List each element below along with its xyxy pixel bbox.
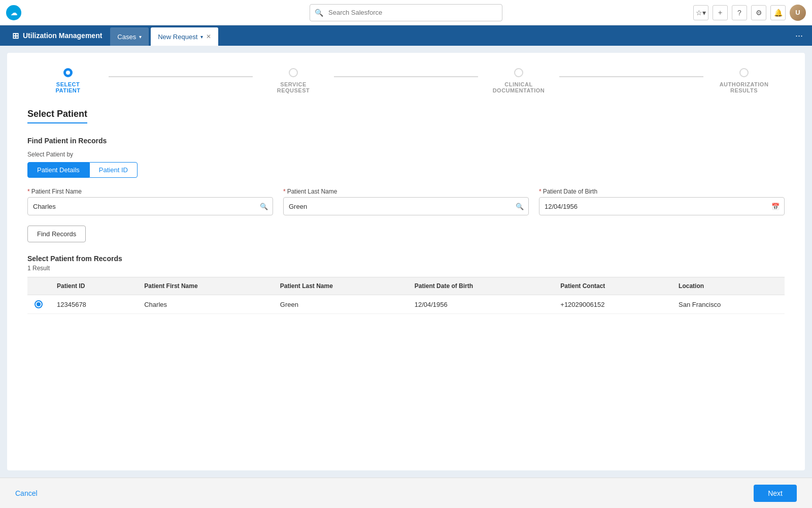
col-first-name: Patient First Name: [137, 277, 273, 295]
dob-label: *Patient Date of Birth: [539, 188, 785, 195]
salesforce-logo: ☁: [6, 5, 21, 20]
results-count: 1 Result: [27, 265, 785, 272]
patient-search-form-row: *Patient First Name 🔍 *Patient Last Name…: [27, 188, 785, 215]
dob-input[interactable]: [539, 197, 785, 215]
results-section: Select Patient from Records 1 Result Pat…: [27, 255, 785, 314]
search-input[interactable]: [310, 4, 502, 21]
step-circle-2: [289, 68, 298, 77]
cell-first-name: Charles: [137, 295, 273, 314]
col-location: Location: [671, 277, 785, 295]
step-connector-3: [559, 76, 703, 77]
cell-last-name: Green: [273, 295, 408, 314]
footer: Cancel Next: [0, 478, 812, 508]
avatar[interactable]: U: [790, 5, 806, 21]
col-contact: Patient Contact: [553, 277, 671, 295]
step-label-2: SERVICEREQUSEST: [277, 81, 310, 93]
last-name-search-icon[interactable]: 🔍: [516, 203, 524, 210]
tab-btn-patient-details[interactable]: Patient Details: [27, 162, 89, 178]
step-label-1: SELECTPATIENT: [56, 81, 81, 93]
row-radio-button[interactable]: [35, 300, 43, 308]
table-row: 12345678 Charles Green 12/04/1956 +12029…: [27, 295, 785, 314]
results-title: Select Patient from Records: [27, 255, 785, 263]
first-name-label: *Patient First Name: [27, 188, 273, 195]
main-card: SELECTPATIENT SERVICEREQUSEST CLINICALDO…: [7, 53, 805, 470]
topbar: ☁ 🔍 ☆▾ ＋ ? ⚙ 🔔 U: [0, 0, 812, 25]
last-name-group: *Patient Last Name 🔍: [283, 188, 529, 215]
first-name-input[interactable]: [27, 197, 273, 215]
first-name-search-icon[interactable]: 🔍: [260, 203, 268, 210]
search-area[interactable]: 🔍: [310, 4, 502, 21]
calendar-icon[interactable]: 📅: [771, 203, 780, 210]
tab-new-request-label: New Request: [158, 33, 197, 41]
cell-contact: +12029006152: [553, 295, 671, 314]
step-select-patient: SELECTPATIENT: [27, 68, 109, 93]
col-dob: Patient Date of Birth: [408, 277, 554, 295]
col-select: [27, 277, 50, 295]
cancel-button[interactable]: Cancel: [15, 489, 38, 497]
tab-btn-patient-id[interactable]: Patient ID: [89, 162, 138, 178]
step-connector-2: [334, 76, 478, 77]
cases-chevron-icon: ▾: [139, 34, 142, 40]
next-button[interactable]: Next: [754, 485, 797, 502]
first-name-input-wrapper: 🔍: [27, 197, 273, 215]
step-connector-1: [109, 76, 253, 77]
last-name-label: *Patient Last Name: [283, 188, 529, 195]
row-select-cell[interactable]: [27, 295, 50, 314]
first-name-group: *Patient First Name 🔍: [27, 188, 273, 215]
app-name-label: Utilization Management: [23, 31, 102, 40]
dob-input-wrapper: 📅: [539, 197, 785, 215]
step-clinical-doc: CLINICALDOCUMENTATION: [478, 68, 559, 93]
topbar-right: ☆▾ ＋ ? ⚙ 🔔 U: [693, 5, 806, 21]
grid-icon: ⊞: [12, 31, 19, 41]
step-service-request: SERVICEREQUSEST: [253, 68, 334, 93]
step-circle-3: [514, 68, 523, 77]
cell-dob: 12/04/1956: [408, 295, 554, 314]
tabs-more-button[interactable]: ···: [790, 25, 808, 46]
results-table-header: Patient ID Patient First Name Patient La…: [27, 277, 785, 295]
new-request-close-icon[interactable]: ✕: [206, 33, 211, 40]
col-patient-id: Patient ID: [50, 277, 137, 295]
app-name-area: ⊞ Utilization Management: [4, 25, 110, 46]
results-table: Patient ID Patient First Name Patient La…: [27, 277, 785, 314]
first-name-required: *: [27, 188, 30, 195]
page-title: Select Patient: [27, 109, 87, 123]
settings-button[interactable]: ⚙: [751, 5, 766, 20]
step-auth-results: AUTHORIZATIONRESULTS: [703, 68, 785, 93]
tabs-bar: ⊞ Utilization Management Cases ▾ New Req…: [0, 25, 812, 46]
last-name-input[interactable]: [283, 197, 529, 215]
avatar-image: U: [790, 5, 806, 21]
new-request-chevron-icon: ▾: [200, 34, 203, 40]
tab-cases[interactable]: Cases ▾: [110, 27, 149, 46]
col-last-name: Patient Last Name: [273, 277, 408, 295]
tab-new-request[interactable]: New Request ▾ ✕: [151, 27, 218, 46]
stepper: SELECTPATIENT SERVICEREQUSEST CLINICALDO…: [27, 68, 785, 93]
dob-required: *: [539, 188, 542, 195]
dob-group: *Patient Date of Birth 📅: [539, 188, 785, 215]
favorites-button[interactable]: ☆▾: [693, 5, 708, 20]
svg-text:☁: ☁: [11, 9, 17, 16]
cell-patient-id: 12345678: [50, 295, 137, 314]
last-name-required: *: [283, 188, 286, 195]
search-icon: 🔍: [315, 9, 323, 17]
select-patient-by-label: Select Patient by: [27, 151, 785, 158]
topbar-left: ☁: [6, 5, 21, 20]
notifications-button[interactable]: 🔔: [770, 5, 786, 20]
step-circle-4: [739, 68, 749, 77]
patient-search-tabs: Patient Details Patient ID: [27, 162, 785, 178]
main-wrapper: SELECTPATIENT SERVICEREQUSEST CLINICALDO…: [0, 46, 812, 478]
tab-cases-label: Cases: [117, 33, 136, 41]
help-button[interactable]: ?: [732, 5, 747, 20]
section-find-patient: Find Patient in Records: [27, 137, 785, 145]
find-records-button[interactable]: Find Records: [27, 226, 86, 242]
add-button[interactable]: ＋: [713, 5, 728, 20]
last-name-input-wrapper: 🔍: [283, 197, 529, 215]
step-label-4: AUTHORIZATIONRESULTS: [720, 81, 769, 93]
step-label-3: CLINICALDOCUMENTATION: [493, 81, 545, 93]
cell-location: San Francisco: [671, 295, 785, 314]
results-table-body: 12345678 Charles Green 12/04/1956 +12029…: [27, 295, 785, 314]
step-circle-1: [63, 68, 73, 77]
